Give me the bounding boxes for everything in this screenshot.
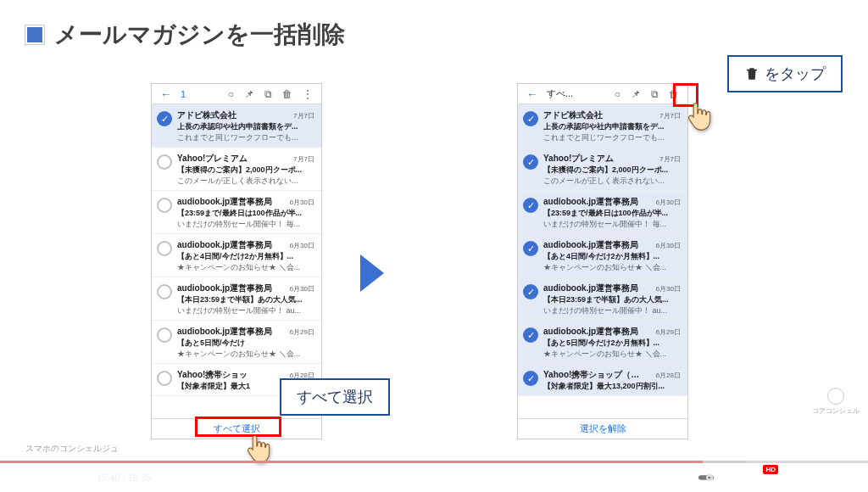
svg-rect-5 <box>793 478 798 482</box>
theater-button[interactable] <box>814 470 829 485</box>
mail-sender: audiobook.jp運営事務局 <box>543 239 638 251</box>
captions-button[interactable] <box>727 470 743 485</box>
checkmark-selected-icon[interactable]: ✓ <box>523 198 538 213</box>
mail-row[interactable]: ✓audiobook.jp運営事務局6月29日【あと5日間/今だけ2か月無料】.… <box>518 321 687 364</box>
svg-rect-6 <box>814 474 829 481</box>
phone-left-toolbar: ← 1 ○ 📌︎ ⧉ 🗑︎ ⋮ <box>152 84 321 104</box>
checkmark-selected-icon[interactable]: ✓ <box>523 284 538 299</box>
deselect-button[interactable]: 選択を解除 <box>518 418 687 439</box>
title-bullet-icon <box>25 25 44 44</box>
phone-right-toolbar: ← すべ... ○ 📌︎ ⧉ 🗑︎ <box>518 84 687 104</box>
mail-preview: ★キャンペーンのお知らせ★ ＼会... <box>177 349 314 360</box>
checkmark-selected-icon[interactable]: ✓ <box>523 371 538 386</box>
circle-icon[interactable]: ○ <box>615 88 620 100</box>
mail-preview: いまだけの特別セール開催中！ au... <box>177 305 314 316</box>
mail-date: 6月30日 <box>290 198 314 207</box>
mail-subject: 【あと4日間/今だけ2か月無料】... <box>177 251 314 262</box>
mail-row[interactable]: Yahoo!プレミアム7月7日【未獲得のご案内】2,000円クーポ...このメー… <box>152 148 321 191</box>
callout-tap-trash: をタップ <box>727 55 843 92</box>
mail-sender: audiobook.jp運営事務局 <box>543 326 638 338</box>
mail-date: 6月30日 <box>656 241 681 250</box>
archive-icon[interactable]: ⧉ <box>651 88 659 100</box>
mail-subject: 【本日23:59まで半額】あの大人気... <box>177 294 314 305</box>
selection-count: 1 <box>181 89 186 99</box>
mail-date: 7月7日 <box>659 111 681 120</box>
mail-sender: audiobook.jp運営事務局 <box>177 326 272 338</box>
page-title: メールマガジンを一括削除 <box>54 19 345 51</box>
archive-icon[interactable]: ⧉ <box>264 88 272 100</box>
checkmark-empty-icon[interactable] <box>157 284 172 299</box>
mail-preview: いまだけの特別セール開催中！ 毎... <box>177 219 314 230</box>
checkmark-empty-icon[interactable] <box>157 327 172 343</box>
mail-subject: 【あと5日間/今だけ2か月無料】... <box>543 338 681 349</box>
mail-sender: Yahoo!プレミアム <box>177 153 248 165</box>
phone-right: ← すべ... ○ 📌︎ ⧉ 🗑︎ ✓アドビ株式会社7月7日上長の承認印や社内申… <box>517 83 688 439</box>
mail-subject: 上長の承認印や社内申請書類をデ... <box>177 121 314 132</box>
mail-date: 6月29日 <box>656 327 681 337</box>
checkmark-empty-icon[interactable] <box>157 154 172 170</box>
checkmark-selected-icon[interactable]: ✓ <box>523 241 538 256</box>
mail-date: 7月7日 <box>659 154 681 164</box>
mail-row[interactable]: audiobook.jp運営事務局6月29日【あと5日間/今だけ★キャンペーンの… <box>152 321 321 364</box>
checkmark-empty-icon[interactable] <box>157 371 172 386</box>
mail-row[interactable]: ✓audiobook.jp運営事務局6月30日【あと4日間/今だけ2か月無料】.… <box>518 234 687 277</box>
mail-row[interactable]: ✓Yahoo!プレミアム7月7日【未獲得のご案内】2,000円クーポ...このメ… <box>518 148 687 191</box>
mail-sender: audiobook.jp運営事務局 <box>177 239 272 251</box>
play-button[interactable] <box>10 470 25 485</box>
trash-icon[interactable]: 🗑︎ <box>282 88 292 100</box>
mail-date: 7月7日 <box>293 154 314 164</box>
mail-date: 6月29日 <box>290 327 314 337</box>
mail-subject: 上長の承認印や社内申請書類をデ... <box>543 121 681 132</box>
pin-icon[interactable]: 📌︎ <box>631 88 641 100</box>
selection-label: すべ... <box>547 87 573 100</box>
mail-row[interactable]: audiobook.jp運営事務局6月30日【本日23:59まで半額】あの大人気… <box>152 277 321 321</box>
mail-row[interactable]: audiobook.jp運営事務局6月30日【あと4日間/今だけ2か月無料】..… <box>152 234 321 277</box>
checkmark-selected-icon[interactable]: ✓ <box>523 327 538 343</box>
autoplay-toggle[interactable] <box>698 470 714 485</box>
mail-row[interactable]: ✓アドビ株式会社7月7日上長の承認印や社内申請書類をデ...これまでと同じワーク… <box>518 104 687 148</box>
callout-select-all: すべて選択 <box>280 378 390 416</box>
mail-subject: 【本日23:59まで半額】あの大人気... <box>543 294 681 305</box>
mail-preview: これまでと同じワークフローでも... <box>177 132 314 143</box>
mail-preview: いまだけの特別セール開催中！ au... <box>543 305 681 316</box>
mail-list-left: ✓アドビ株式会社7月7日上長の承認印や社内申請書類をデ...これまでと同じワーク… <box>152 104 321 420</box>
mail-list-right: ✓アドビ株式会社7月7日上長の承認印や社内申請書類をデ...これまでと同じワーク… <box>518 104 687 420</box>
mail-preview: これまでと同じワークフローでも... <box>543 132 681 143</box>
volume-button[interactable] <box>68 470 83 485</box>
mail-date: 7月7日 <box>293 111 314 120</box>
checkmark-selected-icon[interactable]: ✓ <box>157 111 172 126</box>
mail-row[interactable]: ✓audiobook.jp運営事務局6月30日【本日23:59まで半額】あの大人… <box>518 277 687 321</box>
mail-subject: 【23:59まで/最終日は100作品が半... <box>177 208 314 219</box>
svg-rect-2 <box>727 472 743 484</box>
mail-subject: 【未獲得のご案内】2,000円クーポ... <box>177 165 314 176</box>
mail-row[interactable]: ✓アドビ株式会社7月7日上長の承認印や社内申請書類をデ...これまでと同じワーク… <box>152 104 321 148</box>
pin-icon[interactable]: 📌︎ <box>244 88 254 100</box>
back-icon[interactable]: ← <box>526 87 538 101</box>
watermark: コアコンシェル <box>812 388 860 416</box>
checkmark-selected-icon[interactable]: ✓ <box>523 154 538 170</box>
settings-button[interactable]: HD <box>756 470 771 485</box>
mail-row[interactable]: ✓audiobook.jp運営事務局6月30日【23:59まで/最終日は100作… <box>518 191 687 234</box>
back-icon[interactable]: ← <box>160 87 172 101</box>
mail-sender: audiobook.jp運営事務局 <box>543 196 638 208</box>
circle-icon[interactable]: ○ <box>228 88 234 100</box>
next-button[interactable] <box>39 470 54 485</box>
mail-row[interactable]: ✓Yahoo!携帯ショップ（ソ...6月28日【対象者限定】最大13,200円割… <box>518 364 687 396</box>
mail-subject: 【あと5日間/今だけ <box>177 338 314 349</box>
checkmark-empty-icon[interactable] <box>157 198 172 213</box>
mail-preview: ★キャンペーンのお知らせ★ ＼会... <box>543 349 681 360</box>
mail-date: 6月30日 <box>290 241 314 250</box>
mail-subject: 【対象者限定】最大13,200円割引... <box>543 381 681 392</box>
checkmark-empty-icon[interactable] <box>157 241 172 256</box>
more-icon[interactable]: ⋮ <box>303 88 313 100</box>
mail-sender: アドビ株式会社 <box>177 109 236 121</box>
mail-sender: Yahoo!携帯ショップ（ソ... <box>543 369 645 381</box>
fullscreen-button[interactable] <box>843 470 858 485</box>
miniplayer-button[interactable] <box>785 470 800 485</box>
mail-sender: アドビ株式会社 <box>543 109 603 121</box>
checkmark-selected-icon[interactable]: ✓ <box>523 111 538 126</box>
mail-preview: ★キャンペーンのお知らせ★ ＼会... <box>543 262 681 273</box>
mail-sender: Yahoo!プレミアム <box>543 153 614 165</box>
mail-date: 6月30日 <box>290 284 314 294</box>
mail-row[interactable]: audiobook.jp運営事務局6月30日【23:59まで/最終日は100作品… <box>152 191 321 234</box>
